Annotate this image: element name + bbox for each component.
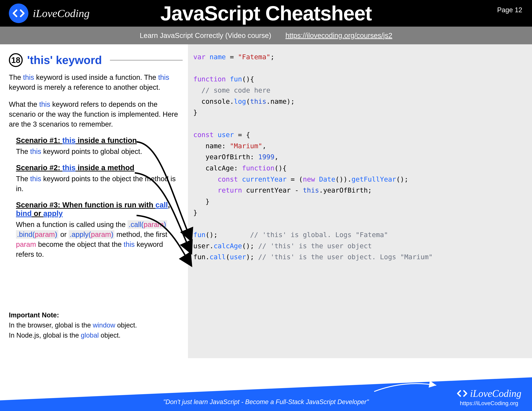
scenario-1-body: The this keyword points to global object… [16,147,183,156]
note-line-1: In the browser, global is the window obj… [9,320,137,330]
scenario-1: Scenario #1: this inside a function The … [16,136,183,156]
page-title: JavaScript Cheatsheet [160,2,372,25]
course-link[interactable]: https://ilovecoding.org/courses/js2 [285,32,392,39]
footer-quote: "Don't just learn JavaScript - Become a … [163,398,369,406]
scenario-3-body: When a function is called using the .cal… [16,220,183,259]
scenario-2-body: The this keyword points to the object th… [16,174,183,194]
svg-marker-0 [0,377,532,411]
subheader-bar: Learn JavaScript Correctly (Video course… [0,27,532,44]
scenario-1-head: Scenario #1: this inside a function [16,136,183,145]
scenario-3-head: Scenario #3: When function is run with c… [16,201,183,218]
code-block: var name = "Fatema"; function fun(){ // … [188,44,532,358]
course-label: Learn JavaScript Correctly (Video course… [140,32,271,39]
scenario-3: Scenario #3: When function is run with c… [16,201,183,259]
left-column: 18 'this' keyword The this keyword is us… [0,44,188,358]
intro-p2: What the this keyword refers to depends … [9,99,183,129]
footer-branding: iLoveCoding https://iLoveCoding.org [457,388,521,407]
brand-text: iLoveCoding [33,7,90,20]
code-icon [457,388,467,399]
section-header: 18 'this' keyword [9,53,183,67]
intro-p1: The this keyword is used inside a functi… [9,72,183,92]
scenario-2: Scenario #2: this inside a method The th… [16,163,183,194]
section-title: 'this' keyword [27,54,102,67]
header-bar: iLoveCoding JavaScript Cheatsheet Page 1… [0,0,532,27]
footer-arrow-icon [372,379,440,393]
section-number: 18 [9,53,23,67]
note-head: Important Note: [9,310,137,320]
page-number: Page 12 [497,6,522,14]
logo-badge [9,4,28,23]
footer: "Don't just learn JavaScript - Become a … [0,377,532,411]
note-line-2: In Node.js, global is the global object. [9,330,137,340]
footer-url: https://iLoveCoding.org [457,400,521,407]
footer-brand: iLoveCoding [470,388,521,399]
divider [110,60,183,60]
content-area: 18 'this' keyword The this keyword is us… [0,44,532,358]
important-note: Important Note: In the browser, global i… [9,310,137,340]
scenario-2-head: Scenario #2: this inside a method [16,163,183,172]
